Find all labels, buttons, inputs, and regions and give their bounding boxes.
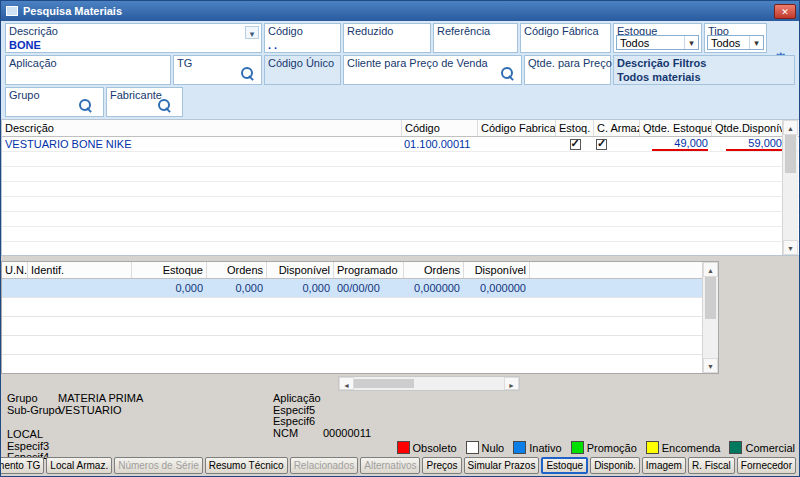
fabricante-field[interactable]: Fabricante xyxy=(106,87,183,117)
scroll-up-icon[interactable] xyxy=(703,262,718,277)
results-vertical-scrollbar[interactable] xyxy=(782,120,798,255)
search-icon[interactable] xyxy=(79,99,93,113)
estoque-filter-select[interactable]: Todos xyxy=(616,35,699,50)
resumo-tecnico-button[interactable]: Resumo Técnico xyxy=(205,457,288,474)
legend-label: Nulo xyxy=(482,442,505,454)
chevron-down-icon[interactable] xyxy=(684,36,698,49)
referencia-label: Referência xyxy=(437,25,490,37)
relacionados-button: Relacionados xyxy=(290,457,359,474)
fornecedor-button[interactable]: Fornecedor xyxy=(737,457,796,474)
search-icon[interactable] xyxy=(241,67,255,81)
window-title: Pesquisa Materiais xyxy=(23,5,774,17)
col-descricao[interactable]: Descrição xyxy=(2,120,402,136)
table-row-empty xyxy=(2,336,718,355)
promocao-color-swatch xyxy=(571,441,584,454)
codigo-unico-field[interactable]: Código Único xyxy=(264,55,341,85)
detail-vertical-scrollbar[interactable] xyxy=(702,262,718,373)
col-estoque[interactable]: Estoque xyxy=(132,262,207,278)
col-codigo[interactable]: Código xyxy=(402,120,478,136)
numeros-de-serie-button: Números de Série xyxy=(114,457,203,474)
search-icon[interactable] xyxy=(158,99,172,113)
legend-label: Obsoleto xyxy=(413,442,457,454)
col-codigo-fabrica[interactable]: Código Fabrica xyxy=(478,120,556,136)
table-row-empty xyxy=(2,227,800,242)
qtde-preco-label: Qtde. para Preço xyxy=(528,57,612,69)
col-disponivel-2[interactable]: Disponível xyxy=(464,262,530,278)
disponib-button[interactable]: Disponib. xyxy=(590,457,640,474)
scroll-left-icon[interactable] xyxy=(339,377,354,390)
inativo-color-swatch xyxy=(513,441,526,454)
descricao-value[interactable]: BONE xyxy=(9,39,41,51)
codigo-unico-label: Código Único xyxy=(268,57,334,69)
col-ordens[interactable]: Ordens xyxy=(207,262,267,278)
scroll-down-icon[interactable] xyxy=(783,240,798,255)
codigo-value[interactable]: . . xyxy=(268,39,277,51)
codigo-label: Código xyxy=(268,25,303,37)
table-row-selected[interactable]: 0,000 0,000 0,000 00/00/00 0,000000 0,00… xyxy=(2,279,718,298)
aplicacao-field[interactable]: Aplicação xyxy=(5,55,171,85)
col-un[interactable]: U.N. xyxy=(2,262,28,278)
cell-ordens: 0,000 xyxy=(207,282,267,294)
cell-programado: 00/00/00 xyxy=(334,282,404,294)
alternativos-button: Alternativos xyxy=(360,457,420,474)
col-qtde-estoque[interactable]: Qtde. Estoque xyxy=(640,120,712,136)
estoque-button[interactable]: Estoque xyxy=(541,457,588,474)
cell-disponivel-2: 0,000000 xyxy=(464,282,530,294)
col-c-armaz[interactable]: C. Armaz xyxy=(594,120,640,136)
qtde-preco-field[interactable]: Qtde. para Preço xyxy=(524,55,611,85)
reduzido-field[interactable]: Reduzido xyxy=(343,23,431,53)
bottom-button-bar: Elemento TG Local Armaz. Números de Séri… xyxy=(0,457,796,474)
col-ordens-2[interactable]: Ordens xyxy=(404,262,464,278)
tg-field[interactable]: TG xyxy=(173,55,262,85)
cell-c-armaz xyxy=(594,138,640,151)
results-grid: Descrição Código Código Fabrica Estoq. C… xyxy=(1,119,800,256)
grupo-info-value: MATERIA PRIMA xyxy=(58,392,143,404)
detail-grid-header: U.N. Identif. Estoque Ordens Disponível … xyxy=(2,262,718,279)
col-programado[interactable]: Programado xyxy=(334,262,404,278)
c-armaz-checkbox[interactable] xyxy=(596,139,607,150)
chevron-down-icon[interactable] xyxy=(749,36,763,49)
chevron-down-icon[interactable] xyxy=(245,26,259,39)
legend-label: Encomenda xyxy=(662,442,721,454)
detail-horizontal-scrollbar[interactable] xyxy=(338,376,520,391)
scroll-down-icon[interactable] xyxy=(703,358,718,373)
scrollbar-thumb[interactable] xyxy=(705,277,716,319)
scrollbar-thumb[interactable] xyxy=(354,379,414,388)
simular-prazos-button[interactable]: Simular Prazos xyxy=(464,457,540,474)
col-disponivel[interactable]: Disponível xyxy=(267,262,334,278)
nulo-color-swatch xyxy=(466,441,479,454)
cell-estoq xyxy=(556,138,594,151)
titlebar: Pesquisa Materiais xyxy=(1,1,799,21)
imagem-button[interactable]: Imagem xyxy=(642,457,686,474)
scrollbar-thumb[interactable] xyxy=(785,135,796,173)
close-icon[interactable] xyxy=(774,4,796,19)
cliente-preco-field[interactable]: Cliente para Preço de Venda xyxy=(343,55,522,85)
elemento-tg-button[interactable]: Elemento TG xyxy=(0,457,44,474)
especif6-info-label: Especif6 xyxy=(273,415,315,427)
col-identif[interactable]: Identif. xyxy=(28,262,132,278)
r-fiscal-button[interactable]: R. Fiscal xyxy=(688,457,735,474)
scroll-up-icon[interactable] xyxy=(783,120,798,135)
codigo-fabrica-field[interactable]: Código Fábrica xyxy=(520,23,611,53)
estoq-checkbox[interactable] xyxy=(570,139,581,150)
table-row[interactable]: VESTUARIO BONE NIKE 01.100.00011 49,000 … xyxy=(2,137,800,152)
table-row-empty xyxy=(2,355,718,374)
table-row-empty xyxy=(2,317,718,336)
tipo-filter-select[interactable]: Todos xyxy=(707,35,764,50)
local-armaz-button[interactable]: Local Armaz. xyxy=(46,457,112,474)
precos-button[interactable]: Preços xyxy=(422,457,461,474)
cell-codigo: 01.100.00011 xyxy=(402,138,478,150)
descricao-filtros-label: Descrição Filtros xyxy=(617,57,706,69)
descricao-filtros-value: Todos materiais xyxy=(617,71,701,83)
grupo-field[interactable]: Grupo xyxy=(5,87,104,117)
col-estoq[interactable]: Estoq. xyxy=(556,120,594,136)
scroll-right-icon[interactable] xyxy=(504,377,519,390)
table-row-empty xyxy=(2,182,800,197)
col-qtde-disponivel[interactable]: Qtde.Disponível xyxy=(712,120,786,136)
pesquisa-materiais-window: Pesquisa Materiais Descrição BONE Código… xyxy=(0,0,800,477)
referencia-field[interactable]: Referência xyxy=(433,23,518,53)
search-icon[interactable] xyxy=(501,67,515,81)
codigo-field[interactable]: Código . . xyxy=(264,23,341,53)
table-row-empty xyxy=(2,167,800,182)
descricao-field[interactable]: Descrição BONE xyxy=(5,23,262,53)
